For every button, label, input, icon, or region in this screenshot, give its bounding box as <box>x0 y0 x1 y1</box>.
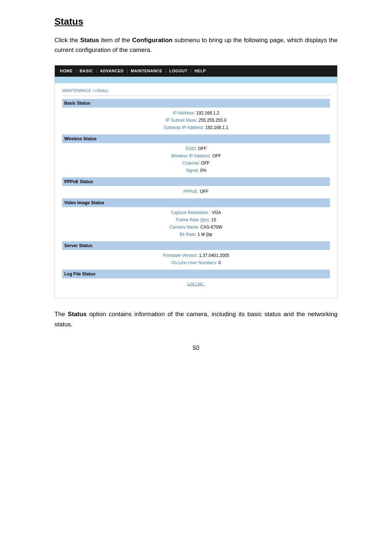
breadcrumb: MAINTENANCE >>Status <box>62 88 330 96</box>
field-pppoe: PPPoE: OFF <box>62 188 330 195</box>
breadcrumb-current[interactable]: Status <box>97 88 108 93</box>
wireless-status-content: SSID: OFF Wireless IP Address: OFF Chann… <box>62 145 330 174</box>
nav-sep-1: | <box>75 68 77 74</box>
server-status-content: Firmware Version: 1.37.0401.2005 On-Line… <box>62 252 330 266</box>
footer-text-2: option contains information of the camer… <box>54 311 338 327</box>
log-list-link[interactable]: Log List : <box>187 281 205 286</box>
basic-status-header: Basic Status <box>62 99 330 108</box>
nav-logout[interactable]: LOGOUT <box>169 68 187 74</box>
page-wrapper: Status Click the Status item of the Conf… <box>33 0 359 374</box>
field-capture-resolution: Capture Resolution : VGA <box>62 209 330 216</box>
nav-basic[interactable]: BASIC <box>79 68 93 74</box>
field-gateway: Gateway IP Address: 192.168.1.1 <box>62 124 330 131</box>
footer-paragraph: The Status option contains information o… <box>54 309 338 329</box>
nav-help[interactable]: HELP <box>195 68 206 74</box>
nav-sep-2: | <box>96 68 97 74</box>
nav-advanced[interactable]: ADVANCED <box>100 68 124 74</box>
field-channel: Channel: OFF <box>62 160 330 166</box>
video-image-status-header: Video Image Status <box>62 198 330 207</box>
pppoe-status-content: PPPoE: OFF <box>62 188 330 195</box>
field-online-users: On-Line User Numbers: 0 <box>62 259 330 266</box>
nav-bar: HOME | BASIC | ADVANCED | MAINTENANCE | … <box>55 65 337 77</box>
pppoe-status-header: PPPoE Status <box>62 177 330 186</box>
nav-sep-5: | <box>191 68 192 74</box>
field-subnet-mask: IP Subnet Mask: 255.255.255.0 <box>62 117 330 124</box>
video-image-status-content: Capture Resolution : VGA Frame Rate (fps… <box>62 209 330 238</box>
basic-status-content: IP Address: 192.168.1.2 IP Subnet Mask: … <box>62 110 330 131</box>
field-ssid: SSID: OFF <box>62 145 330 152</box>
field-bit-rate: Bit Rate: 1 M {bp <box>62 231 330 238</box>
server-status-header: Server Status <box>62 241 330 250</box>
blue-bar <box>55 77 337 83</box>
log-file-status-header: Log File Status <box>62 270 330 278</box>
wireless-status-header: Wireless Status <box>62 134 330 143</box>
log-file-status-content: Log List : <box>62 281 330 287</box>
panel-body: MAINTENANCE >>Status Basic Status IP Add… <box>55 83 337 298</box>
field-ip-address: IP Address: 192.168.1.2 <box>62 110 330 116</box>
page-number: 50 <box>54 344 338 352</box>
nav-sep-3: | <box>127 68 128 74</box>
page-title: Status <box>54 15 338 29</box>
breadcrumb-parent: MAINTENANCE <box>62 88 91 93</box>
field-wireless-ip: Wireless IP Address: OFF <box>62 153 330 159</box>
intro-bold-2: Configuration <box>132 37 172 44</box>
field-signal: Signal: 0% <box>62 167 330 174</box>
footer-text-1: The <box>54 311 68 318</box>
nav-maintenance[interactable]: MAINTENANCE <box>131 68 162 74</box>
field-log-list: Log List : <box>62 281 330 287</box>
intro-text-1: Click the <box>54 37 80 44</box>
field-frame-rate: Frame Rate (fps): 15 <box>62 217 330 223</box>
footer-bold-1: Status <box>68 311 87 318</box>
field-camera-name: Camera Name: CAS-670W <box>62 224 330 230</box>
nav-home[interactable]: HOME <box>60 68 73 74</box>
intro-text-2: item of the <box>99 37 132 44</box>
breadcrumb-separator: >> <box>92 88 97 93</box>
intro-paragraph: Click the Status item of the Configurati… <box>54 35 338 55</box>
field-firmware: Firmware Version: 1.37.0401.2005 <box>62 252 330 259</box>
nav-sep-4: | <box>165 68 166 74</box>
camera-panel: HOME | BASIC | ADVANCED | MAINTENANCE | … <box>54 65 338 298</box>
intro-bold-1: Status <box>80 37 99 44</box>
